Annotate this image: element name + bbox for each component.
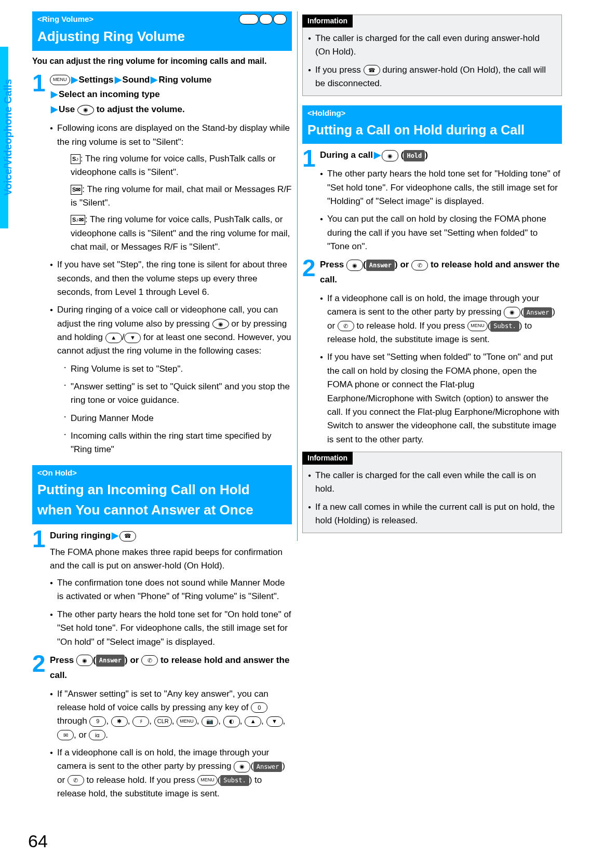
section-intro: You can adjust the ring volume for incom… (32, 55, 292, 67)
section-title: Putting an Incoming Call on Hold when Yo… (37, 480, 287, 520)
imode-key-icon: iα (89, 730, 105, 740)
sub-bullet: Incoming calls within the ring start tim… (57, 429, 292, 457)
menu-key-icon: MENU (50, 75, 70, 85)
section-tag: <Ring Volume> (37, 13, 93, 25)
bullet: The confirmation tone does not sound whi… (50, 576, 292, 604)
nav-key-icon: ◉ (77, 105, 94, 115)
silent-icon: S♪✉ (71, 215, 85, 225)
bullet: The caller is charged for the call even … (308, 469, 556, 496)
nav-key-icon: ◉ (212, 319, 229, 329)
bullet: If a videophone call is on hold, the ima… (50, 746, 292, 801)
center-key-icon: ◉ (504, 307, 520, 318)
section-tag: <On Hold> (37, 467, 77, 479)
bullet: The other party hears the hold tone set … (320, 167, 562, 208)
right-column: Information The caller is charged for th… (302, 9, 562, 801)
sub-bullet: Ring Volume is set to "Step". (57, 362, 292, 376)
mail-key-icon: ✉ (57, 730, 74, 740)
section-on-hold-header: <On Hold> Putting an Incoming Call on Ho… (32, 465, 292, 525)
answer-softkey: Answer (524, 307, 552, 318)
silent-icon: S✉ (71, 185, 82, 195)
step-2: 2 Press ◉(Answer) or ✆ to release hold a… (32, 653, 292, 801)
step-1: 1 During ringing▶☎ The FOMA phone makes … (32, 528, 292, 649)
subst-softkey: Subst. (220, 775, 249, 786)
hold-softkey: Hold (404, 150, 425, 161)
call-key-icon: ✆ (141, 655, 158, 666)
down-key-icon: ▼ (266, 716, 283, 727)
information-box: Information The caller is charged for th… (302, 15, 562, 96)
bullet: If you have set "Step", the ring tone is… (50, 258, 292, 299)
answer-softkey: Answer (366, 260, 395, 271)
information-label: Information (302, 15, 353, 28)
side-tab-label: Voice/Videophone Calls (0, 47, 16, 228)
step-number: 2 (32, 653, 50, 801)
answer-softkey: Answer (253, 762, 282, 772)
section-holding-header: <Holding> Putting a Call on Hold during … (302, 105, 562, 144)
sub-bullet: During Manner Mode (57, 412, 292, 425)
up-key-icon: ▲ (245, 716, 261, 727)
bullet: During ringing of a voice call or videop… (50, 303, 292, 456)
camera-key-icon: 📷 (202, 716, 218, 727)
section-ring-volume-header: <Ring Volume> MENU 5 0 Adjusting Ring Vo… (32, 11, 292, 51)
menu-key-icon: MENU (467, 321, 488, 331)
section-title: Putting a Call on Hold during a Call (307, 120, 557, 140)
step-nav: MENU▶Settings▶Sound▶Ring volume ▶Select … (50, 73, 292, 118)
information-label: Information (302, 452, 353, 465)
star-key-icon: ✱ (111, 716, 128, 727)
bullet: The other party hears the hold tone set … (50, 608, 292, 649)
bullet: You can put the call on hold by closing … (320, 212, 562, 253)
step-1: 1 During a call▶◉ (Hold) The other party… (302, 148, 562, 253)
step-1: 1 MENU▶Settings▶Sound▶Ring volume ▶Selec… (32, 73, 292, 457)
information-box: Information The caller is charged for th… (302, 452, 562, 533)
step-2: 2 Press ◉(Answer) or ✆ to release hold a… (302, 257, 562, 446)
hash-key-icon: ♯ (132, 716, 149, 727)
clr-key-icon: CLR (154, 716, 172, 727)
center-key-icon: ◉ (234, 761, 250, 772)
step-number: 1 (302, 148, 320, 253)
digit-key-icon: 9 (89, 716, 106, 727)
bullet: If you press ☎ during answer-hold (On Ho… (308, 63, 556, 91)
sub-bullet: "Answer setting" is set to "Quick silent… (57, 380, 292, 408)
step-number: 1 (32, 528, 50, 649)
center-key-icon: ◉ (346, 260, 363, 271)
end-key-icon: ☎ (119, 531, 136, 541)
down-key-icon: ▼ (124, 333, 141, 343)
menu-key-icon: MENU (197, 775, 218, 785)
up-key-icon: ▲ (105, 333, 122, 343)
soft-key-icon: ◐ (223, 716, 240, 727)
bullet: If "Answer setting" is set to "Any key a… (50, 687, 292, 742)
menu-shortcut: MENU 5 0 (239, 14, 287, 24)
step-number: 2 (302, 257, 320, 446)
section-title: Adjusting Ring Volume (37, 26, 287, 47)
center-key-icon: ◉ (382, 150, 398, 161)
step-number: 1 (32, 73, 50, 457)
silent-icon: S♪ (71, 154, 81, 164)
call-key-icon: ✆ (68, 775, 84, 785)
bullet: Following icons are displayed on the Sta… (50, 121, 292, 254)
subst-softkey: Subst. (490, 321, 519, 332)
page-number: 64 (28, 828, 48, 855)
bullet: If a videophone call is on hold, the ima… (320, 292, 562, 346)
center-key-icon: ◉ (76, 655, 93, 666)
digit-key-icon: 0 (251, 702, 267, 713)
step-text: The FOMA phone makes three rapid beeps f… (50, 546, 292, 572)
menu-key-icon: MENU (177, 716, 197, 727)
end-key-icon: ☎ (364, 65, 380, 75)
bullet: If a new call comes in while the current… (308, 500, 556, 528)
left-column: <Ring Volume> MENU 5 0 Adjusting Ring Vo… (32, 9, 292, 801)
answer-softkey: Answer (96, 655, 125, 666)
call-key-icon: ✆ (338, 321, 354, 331)
section-tag: <Holding> (307, 107, 345, 119)
call-key-icon: ✆ (411, 260, 428, 270)
bullet: If you have set "Setting when folded" to… (320, 350, 562, 446)
bullet: The caller is charged for the call even … (308, 32, 556, 59)
